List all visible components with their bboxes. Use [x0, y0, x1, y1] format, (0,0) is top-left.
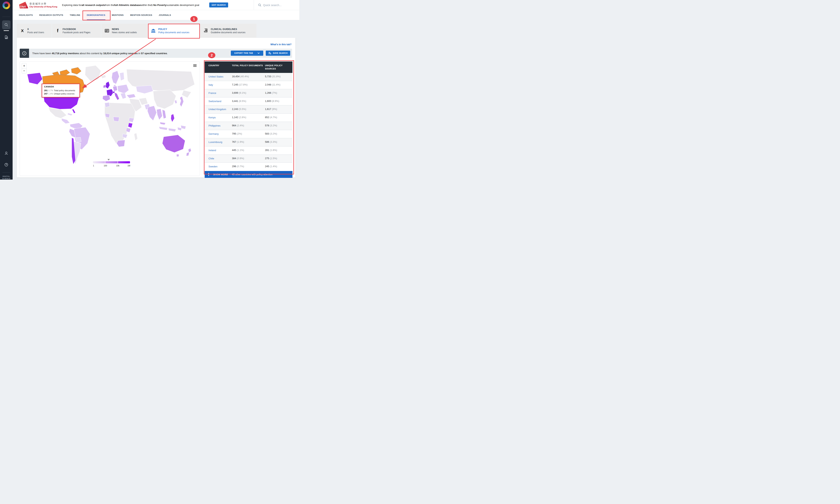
legend-tick: 1M [127, 164, 130, 167]
sources-value: 245 [265, 165, 269, 168]
sources-pct: (4.7%) [270, 116, 277, 119]
edit-search-button[interactable]: EDIT SEARCH [209, 2, 228, 7]
save-search-button[interactable]: SAVE SEARCH [266, 51, 290, 56]
export-this-tab-button[interactable]: EXPORT THIS TAB [231, 51, 263, 56]
country-link[interactable]: United States [209, 75, 232, 79]
sources-pct: (31.8%) [272, 75, 281, 78]
tooltip-label: Total policy documents [54, 89, 75, 92]
sources-value: 1,617 [265, 108, 271, 110]
docs-pct: (2.4%) [237, 124, 244, 127]
world-choropleth-map[interactable] [20, 61, 200, 176]
docs-pct: (8.5%) [239, 100, 246, 103]
summary-text: sustainable development goal [166, 4, 199, 6]
user-icon [4, 151, 8, 155]
map-zoom-controls: + − [22, 63, 26, 73]
country-link[interactable]: Philippines [209, 124, 232, 128]
sidebar-item-organisation[interactable] [2, 33, 11, 41]
legend-tick: 100 [104, 164, 107, 167]
legend-gradient-bar [93, 161, 130, 163]
summary-text: from the [105, 4, 114, 6]
sources-value: 5,733 [265, 75, 271, 78]
news-icon [104, 29, 109, 33]
show-more-button[interactable]: SHOW MORE 46 other countries with policy… [205, 171, 292, 178]
show-more-text: 46 other countries with policy attention [232, 173, 273, 176]
subtab-x[interactable]: X X Posts and Users [17, 24, 52, 38]
organisation-icon [4, 35, 8, 39]
subtab-news[interactable]: NEWS News stories and outlets [101, 24, 147, 38]
table-row: Luxembourg767 (1.9%)586 (3.3%) [205, 138, 292, 146]
table-row: Chile384 (0.9%)275 (1.5%) [205, 155, 292, 163]
country-link[interactable]: Luxembourg [209, 141, 232, 144]
tab-research-outputs[interactable]: RESEARCH OUTPUTS [39, 10, 63, 20]
sources-pct: (1.4%) [270, 165, 277, 168]
docs-value: 3,441 [232, 100, 238, 103]
sources-pct: (1.6%) [270, 149, 277, 151]
docs-pct: (1.1%) [237, 149, 244, 151]
docs-value: 296 [232, 165, 236, 168]
summary-bold: all research outputs [82, 4, 105, 6]
table-row: Italy7,245 (17.8%)2,048 (11.4%) [205, 81, 292, 89]
country-link[interactable]: Italy [209, 83, 232, 87]
sources-value: 578 [265, 124, 269, 127]
country-link[interactable]: United Kingdom [209, 108, 232, 111]
docs-pct: (2.8%) [239, 116, 246, 119]
annotation-step-1: 1 [190, 16, 198, 22]
policy-icon [151, 29, 156, 33]
tab-mention-sources[interactable]: MENTION SOURCES [130, 10, 153, 20]
clinical-guidelines-icon [203, 29, 208, 33]
map-tooltip-canada: CANADA 2910.7%Total policy documents 247… [42, 84, 80, 97]
tooltip-pct: 1.4% [48, 93, 53, 95]
tab-demographics[interactable]: DEMOGRAPHICS [87, 10, 105, 20]
cityu-logo: CityU 香港城市大學 City University of Hong Kon… [19, 1, 57, 8]
info-icon: i [22, 51, 26, 55]
sources-value: 852 [265, 116, 269, 119]
subtab-facebook[interactable]: f FACEBOOK Facebook posts and Pages [52, 24, 101, 38]
quick-search-input[interactable] [263, 4, 293, 7]
tab-journals[interactable]: JOURNALS [159, 10, 171, 20]
tooltip-row: 2910.7%Total policy documents [44, 89, 77, 92]
map-menu-icon[interactable] [193, 64, 197, 67]
cityu-chinese-name: 香港城市大學 [30, 2, 57, 5]
sources-value: 2,048 [265, 83, 271, 86]
zoom-out-button[interactable]: − [22, 68, 26, 73]
country-link[interactable]: Switzerland [209, 100, 232, 103]
whats-in-tab-link[interactable]: What's in this tab? [270, 43, 291, 46]
tab-mentions[interactable]: MENTIONS [112, 10, 124, 20]
subtab-clinical-guidelines[interactable]: CLINICAL GUIDELINES Guideline documents … [200, 24, 256, 38]
sources-value: 586 [265, 141, 269, 143]
app-sidebar: DIGITAL SCIENCE [0, 0, 13, 180]
tab-highlights[interactable]: HIGHLIGHTS [19, 10, 33, 20]
search-summary: Exploring data for all research outputs … [62, 0, 199, 10]
show-more-label: SHOW MORE [213, 173, 228, 176]
country-link[interactable]: France [209, 91, 232, 95]
info-text: There have been [32, 52, 52, 55]
sidebar-item-search[interactable] [2, 20, 11, 29]
zoom-in-button[interactable]: + [22, 64, 26, 68]
country-table: COUNTRY TOTAL POLICY DOCUMENTS UNIQUE PO… [205, 61, 292, 178]
save-search-icon [268, 52, 271, 55]
docs-pct: (9.1%) [239, 91, 246, 94]
sidebar-item-account[interactable] [2, 149, 11, 158]
export-label: EXPORT THIS TAB [234, 52, 253, 54]
country-link[interactable]: Chile [209, 157, 232, 161]
country-link[interactable]: Ireland [209, 149, 232, 152]
table-row: Kenya1,142 (2.8%)852 (4.7%) [205, 113, 292, 122]
sources-value: 1,266 [265, 91, 271, 94]
info-bold: 18,014 unique policy sources [103, 52, 138, 55]
country-link[interactable]: Germany [209, 132, 232, 136]
docs-value: 16,454 [232, 75, 239, 78]
tab-timeline[interactable]: TIMELINE [70, 10, 80, 20]
info-bold: 57 specified countries [141, 52, 167, 55]
table-row: Germany795 (2%)583 (3.2%) [205, 130, 292, 138]
policy-panel: What's in this tab? i There have been 40… [17, 38, 295, 178]
annotation-step-2: 2 [208, 52, 215, 58]
table-row: Sweden296 (0.7%)245 (1.4%) [205, 162, 292, 170]
subtab-subtitle: Guideline documents and sources [211, 31, 245, 34]
country-link[interactable]: Sweden [209, 165, 232, 168]
docs-value: 1,142 [232, 116, 238, 119]
sidebar-item-help[interactable] [2, 160, 11, 169]
country-link[interactable]: Kenya [209, 116, 232, 120]
top-header: CityU 香港城市大學 City University of Hong Kon… [13, 0, 299, 10]
subtab-policy[interactable]: POLICY Policy documents and sources [148, 24, 200, 38]
docs-value: 795 [232, 132, 236, 135]
